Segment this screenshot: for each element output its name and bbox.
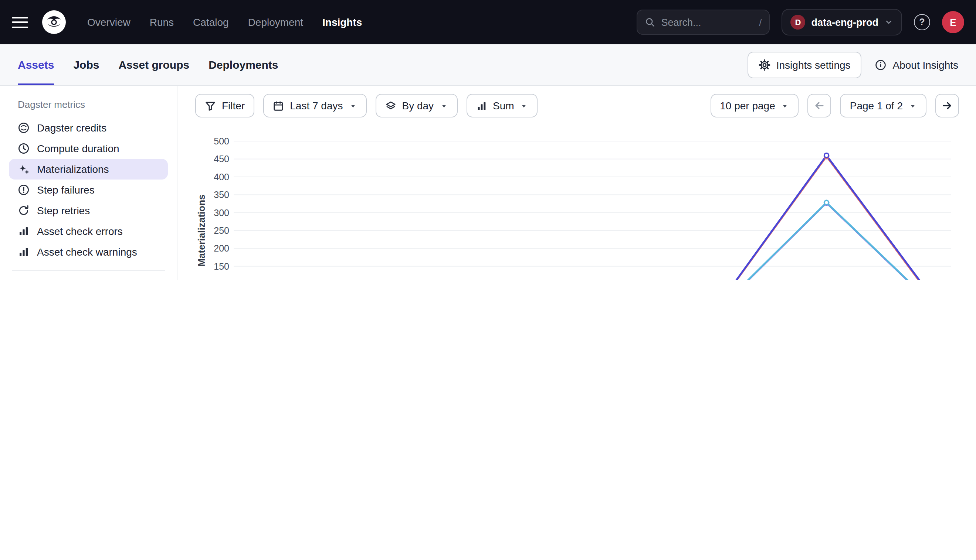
content: Dagster metrics Dagster creditsCompute d… [0, 86, 976, 280]
sidebar-item-materializations[interactable]: Materializations [9, 159, 168, 180]
sidebar-item-label: Compute duration [37, 143, 119, 154]
bar-chart-icon [476, 100, 487, 111]
sidebar-item-label: Step failures [37, 184, 95, 196]
nav-item-deployment[interactable]: Deployment [248, 16, 303, 28]
step-retries-icon [18, 205, 30, 217]
sidebar-item-label: Step retries [37, 205, 90, 217]
main-nav: OverviewRunsCatalogDeploymentInsights [87, 16, 362, 28]
sidebar-item-label: Dagster credits [37, 122, 107, 134]
page-label: Page 1 of 2 [850, 100, 903, 112]
help-icon[interactable]: ? [914, 14, 930, 30]
tabs-bar: AssetsJobsAsset groupsDeployments Insigh… [0, 44, 976, 86]
chevron-down-icon [884, 18, 893, 27]
next-page-button[interactable] [935, 94, 959, 117]
date-range-label: Last 7 days [290, 100, 343, 112]
filter-label: Filter [222, 100, 245, 112]
group-by-label: By day [402, 100, 434, 112]
sidebar-item-label: Materializations [37, 163, 109, 175]
info-icon [875, 59, 887, 70]
search-shortcut: / [759, 17, 762, 28]
sidebar-section-title: Dagster metrics [9, 96, 168, 117]
tab-deployments[interactable]: Deployments [209, 44, 278, 85]
toolbar-right-group: 10 per page Page 1 of 2 [710, 94, 959, 117]
tab-assets[interactable]: Assets [18, 44, 54, 85]
caret-down-icon [520, 102, 528, 110]
page-selector[interactable]: Page 1 of 2 [840, 94, 926, 117]
aggregation-label: Sum [493, 100, 514, 112]
tabs-bar-right: Insights settings About Insights [747, 51, 958, 78]
insights-settings-label: Insights settings [776, 59, 851, 70]
tab-asset-groups[interactable]: Asset groups [118, 44, 189, 85]
sidebar-item-asset-check-warnings[interactable]: Asset check warnings [9, 242, 168, 262]
dagster-credits-icon [18, 122, 30, 134]
menu-icon[interactable] [12, 14, 28, 31]
toolbar: Filter Last 7 days By day Sum [195, 94, 959, 117]
search-icon [645, 17, 655, 27]
svg-text:200: 200 [214, 243, 229, 253]
nav-item-runs[interactable]: Runs [150, 16, 174, 28]
nav-item-catalog[interactable]: Catalog [193, 16, 229, 28]
nav-item-insights[interactable]: Insights [323, 16, 362, 28]
filter-button[interactable]: Filter [195, 94, 254, 117]
dagster-logo[interactable] [42, 10, 67, 35]
search-input[interactable]: Search... / [637, 10, 770, 35]
sidebar-item-step-failures[interactable]: Step failures [9, 180, 168, 200]
search-placeholder: Search... [662, 17, 701, 28]
step-failures-icon [18, 184, 30, 196]
caret-down-icon [909, 102, 917, 110]
deployment-name: data-eng-prod [812, 17, 879, 28]
sidebar-item-asset-check-errors[interactable]: Asset check errors [9, 221, 168, 242]
sidebar: Dagster metrics Dagster creditsCompute d… [0, 86, 177, 280]
svg-text:350: 350 [214, 190, 229, 200]
sidebar-item-compute-duration[interactable]: Compute duration [9, 138, 168, 159]
per-page-selector[interactable]: 10 per page [710, 94, 799, 117]
top-nav-left: OverviewRunsCatalogDeploymentInsights [12, 10, 362, 35]
nav-item-overview[interactable]: Overview [87, 16, 130, 28]
deployment-badge: D [791, 15, 806, 30]
materializations-chart: 050100150200250300350400450500Apr 3Apr 4… [195, 125, 976, 280]
compute-duration-icon [18, 143, 30, 154]
app: OverviewRunsCatalogDeploymentInsights Se… [0, 0, 976, 280]
materializations-icon [18, 163, 30, 175]
filter-icon [205, 100, 216, 111]
svg-text:450: 450 [214, 154, 229, 164]
arrow-left-icon [814, 100, 826, 112]
group-by-button[interactable]: By day [375, 94, 457, 117]
main-panel: Filter Last 7 days By day Sum [177, 86, 976, 280]
prev-page-button[interactable] [808, 94, 831, 117]
caret-down-icon [349, 102, 357, 110]
svg-text:100: 100 [214, 279, 229, 280]
tab-jobs[interactable]: Jobs [73, 44, 99, 85]
about-insights-link[interactable]: About Insights [875, 59, 958, 70]
caret-down-icon [440, 102, 448, 110]
svg-text:150: 150 [214, 261, 229, 272]
caret-down-icon [781, 102, 789, 110]
svg-text:500: 500 [214, 136, 229, 146]
svg-text:Materializations: Materializations [196, 194, 207, 266]
sidebar-item-label: Asset check errors [37, 225, 123, 237]
dagster-metrics-list: Dagster creditsCompute durationMateriali… [9, 117, 168, 262]
svg-text:400: 400 [214, 172, 229, 182]
about-insights-label: About Insights [893, 59, 958, 70]
svg-text:300: 300 [214, 208, 229, 218]
aggregation-button[interactable]: Sum [466, 94, 538, 117]
sidebar-item-dagster-credits[interactable]: Dagster credits [9, 117, 168, 138]
sidebar-divider [12, 270, 165, 271]
avatar[interactable]: E [942, 11, 964, 33]
sidebar-item-label: Asset check warnings [37, 246, 137, 258]
asset-check-errors-icon [18, 225, 30, 237]
insights-settings-button[interactable]: Insights settings [747, 51, 862, 78]
svg-text:250: 250 [214, 225, 229, 236]
top-nav: OverviewRunsCatalogDeploymentInsights Se… [0, 0, 976, 44]
sidebar-item-step-retries[interactable]: Step retries [9, 200, 168, 221]
gear-icon [759, 59, 770, 70]
arrow-right-icon [941, 100, 953, 112]
layers-icon [385, 100, 396, 111]
top-nav-right: Search... / D data-eng-prod ? E [637, 9, 964, 35]
per-page-label: 10 per page [720, 100, 775, 112]
deployment-selector[interactable]: D data-eng-prod [782, 9, 902, 35]
calendar-icon [273, 100, 284, 111]
toolbar-left-group: Filter Last 7 days By day Sum [195, 94, 538, 117]
date-range-button[interactable]: Last 7 days [263, 94, 366, 117]
asset-check-warnings-icon [18, 246, 30, 258]
